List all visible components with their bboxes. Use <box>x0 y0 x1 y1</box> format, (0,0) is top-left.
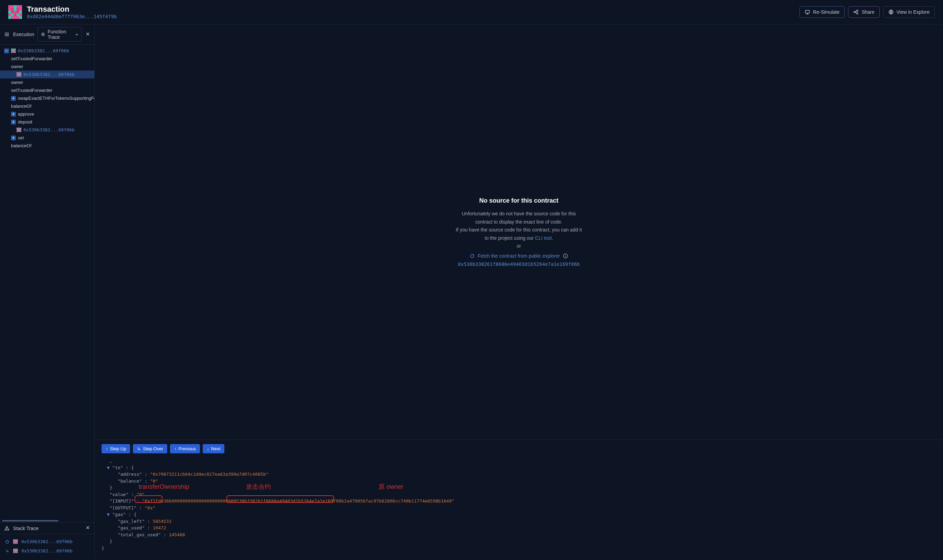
arrow-marker-icon: ↳ <box>5 549 10 554</box>
tree-item[interactable]: balanceOf <box>0 102 94 110</box>
svg-point-1 <box>854 11 855 13</box>
tree-item[interactable]: +set <box>0 134 94 142</box>
tree-item-label: setTrustedForwarder <box>11 56 52 61</box>
refresh-icon <box>470 253 475 258</box>
contract-avatar-icon <box>11 49 16 53</box>
resimulate-button[interactable]: Re-Simulate <box>800 6 844 18</box>
expand-toggle[interactable]: + <box>11 112 16 117</box>
stack-item[interactable]: ↳0x530b3382...69f06b <box>0 546 94 555</box>
tree-item-label: approve <box>18 111 34 117</box>
transaction-avatar-icon <box>8 5 22 19</box>
cli-tool-link[interactable]: CLI tool <box>535 235 552 241</box>
svg-rect-0 <box>805 10 809 13</box>
chevron-down-icon <box>75 32 79 37</box>
tree-item[interactable]: +approve <box>0 110 94 118</box>
tree-item[interactable]: 0x530b3382...69f06b <box>0 126 94 134</box>
step-up-button[interactable]: ↑ Step Up <box>102 444 130 453</box>
svg-point-3 <box>857 13 858 14</box>
function-trace-dropdown[interactable]: Function Trace <box>37 27 82 42</box>
tree-horizontal-scrollbar[interactable] <box>0 519 94 522</box>
transaction-hash[interactable]: 0xd02e444d0ef7ff063e...145f479b <box>27 14 117 19</box>
stack-close-button[interactable] <box>85 525 90 531</box>
contract-avatar-icon <box>17 128 22 132</box>
step-up-label: Step Up <box>110 446 126 451</box>
circle-marker-icon <box>5 539 10 544</box>
contract-address[interactable]: 0x530b338261f8686e49403d1b5264e7a1e169f0… <box>458 262 579 267</box>
function-trace-tree[interactable]: −0x530b3382...69f06bsetTrustedForwardero… <box>0 45 94 519</box>
stack-address: 0x530b3382...69f06b <box>22 548 72 554</box>
contract-avatar-icon <box>13 539 18 544</box>
debug-panel: ↑ Step Up ↳ Step Over ↑ Previous ↓ Next … <box>95 440 943 558</box>
function-trace-label: Function Trace <box>48 29 72 40</box>
view-explorer-button[interactable]: View in Explore <box>883 6 935 18</box>
info-icon[interactable] <box>563 253 568 258</box>
next-label: Next <box>211 446 220 451</box>
annotation-attack-contract: 攻击合约 <box>246 482 271 492</box>
svg-point-7 <box>6 540 9 543</box>
target-icon <box>41 32 45 37</box>
step-over-button[interactable]: ↳ Step Over <box>133 444 167 453</box>
highlight-box-selector <box>134 495 162 503</box>
header-title-block: Transaction 0xd02e444d0ef7ff063e...145f4… <box>27 5 117 19</box>
tree-item[interactable]: 0x530b3382...69f06b <box>0 71 94 78</box>
page-title: Transaction <box>27 5 117 14</box>
header-actions: Re-Simulate Share View in Explore <box>800 6 935 18</box>
no-source-text-2: contract to display the exact line of co… <box>475 219 562 226</box>
stack-trace-title: Stack Trace <box>13 526 39 531</box>
execution-close-button[interactable] <box>85 32 90 37</box>
expand-toggle[interactable]: + <box>11 135 16 140</box>
no-source-text-1: Unfortunately we do not have the source … <box>462 211 576 217</box>
tree-item[interactable]: +swapExactETHForTokensSupportingFe <box>0 94 94 102</box>
tree-item-label: owner <box>11 64 23 69</box>
stack-item[interactable]: 0x530b3382...69f06b <box>0 537 94 546</box>
header-left: Transaction 0xd02e444d0ef7ff063e...145f4… <box>8 5 800 19</box>
annotation-transfer-ownership: transferOwnership <box>139 482 189 492</box>
no-source-title: No source for this contract <box>479 197 558 204</box>
no-source-text-3b: to the project using our CLI tool. <box>485 235 553 242</box>
json-view[interactable]: , ▼ "to" : { "address" : "0x70873211cb64… <box>95 457 943 558</box>
debug-controls: ↑ Step Up ↳ Step Over ↑ Previous ↓ Next <box>95 440 943 457</box>
fetch-contract-link[interactable]: Fetch the contract from public explorer <box>478 253 560 258</box>
step-over-label: Step Over <box>143 446 163 451</box>
stack-address: 0x530b3382...69f06b <box>22 539 72 544</box>
tree-item-label: balanceOf <box>11 143 31 148</box>
annotation-original-owner: 原 owner <box>379 482 403 492</box>
page-header: Transaction 0xd02e444d0ef7ff063e...145f4… <box>0 0 943 25</box>
tree-item[interactable]: owner <box>0 78 94 86</box>
tree-item-label: 0x530b3382...69f06b <box>23 127 75 132</box>
share-button[interactable]: Share <box>848 6 879 18</box>
tree-item[interactable]: −0x530b3382...69f06b <box>0 47 94 55</box>
next-button[interactable]: ↓ Next <box>203 444 224 453</box>
arrow-up-icon: ↑ <box>106 446 108 451</box>
tree-item[interactable]: setTrustedForwarder <box>0 86 94 94</box>
tree-item-label: balanceOf <box>11 103 31 109</box>
list-icon <box>4 32 10 37</box>
sidebar: Execution Function Trace −0x530b3382...6… <box>0 25 95 558</box>
tree-item[interactable]: +deposit <box>0 118 94 126</box>
tree-item-label: swapExactETHForTokensSupportingFe <box>18 95 94 101</box>
stack-trace-list: 0x530b3382...69f06b↳0x530b3382...69f06b <box>0 534 94 558</box>
tree-item[interactable]: setTrustedForwarder <box>0 55 94 63</box>
content-area: No source for this contract Unfortunatel… <box>95 25 943 558</box>
tree-item-label: 0x530b3382...69f06b <box>18 48 69 53</box>
tree-item[interactable]: balanceOf <box>0 142 94 150</box>
fetch-contract-row: Fetch the contract from public explorer <box>470 253 568 258</box>
expand-toggle[interactable]: + <box>11 120 16 125</box>
previous-button[interactable]: ↑ Previous <box>170 444 200 453</box>
previous-label: Previous <box>179 446 196 451</box>
arrow-down-icon: ↓ <box>207 446 209 451</box>
tree-item-label: set <box>18 135 24 140</box>
resimulate-label: Re-Simulate <box>813 9 840 15</box>
execution-panel-header: Execution Function Trace <box>0 25 94 45</box>
scrollbar-thumb[interactable] <box>2 520 59 522</box>
highlight-box-address <box>227 495 334 503</box>
expand-toggle[interactable]: + <box>11 96 16 101</box>
tree-item-label: setTrustedForwarder <box>11 88 52 93</box>
expand-toggle[interactable]: − <box>4 49 9 53</box>
share-label: Share <box>861 9 874 15</box>
tree-item[interactable]: owner <box>0 63 94 71</box>
arrow-right-hook-icon: ↳ <box>137 446 141 451</box>
contract-avatar-icon <box>13 549 18 554</box>
tree-item-label: 0x530b3382...69f06b <box>23 72 75 77</box>
view-explorer-label: View in Explore <box>897 9 929 15</box>
